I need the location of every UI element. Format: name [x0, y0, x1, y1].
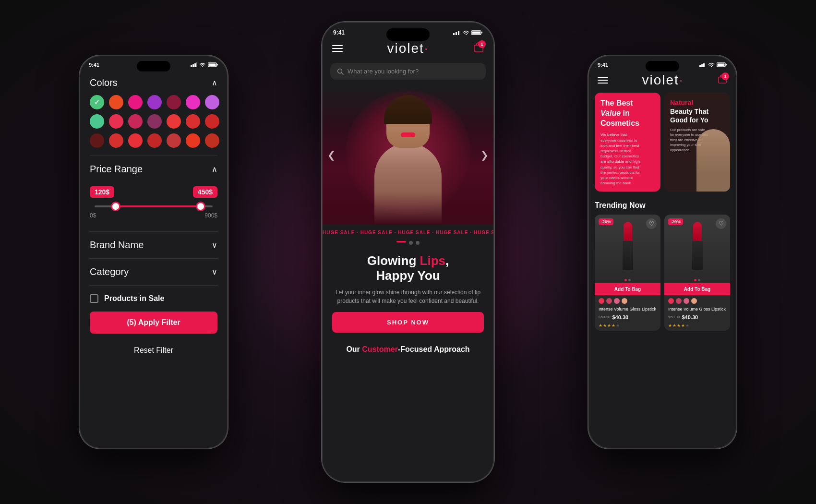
- color-dot-18[interactable]: [147, 133, 162, 148]
- swatch-2a[interactable]: [668, 298, 674, 304]
- color-dot-7[interactable]: [205, 95, 219, 109]
- reset-filter-button[interactable]: Reset Filter: [90, 339, 217, 361]
- hero-model-area: [360, 95, 456, 225]
- img-dot-1a: [624, 279, 627, 281]
- price-original-2: $50.30: [668, 315, 680, 319]
- brand-chevron[interactable]: ∨: [212, 240, 217, 250]
- banner-dot-2[interactable]: [409, 241, 413, 245]
- right-header: violet· 1: [589, 70, 736, 93]
- swatch-2d[interactable]: [691, 298, 697, 304]
- hamburger-button[interactable]: [332, 45, 343, 52]
- banner-prev-button[interactable]: ❮: [327, 149, 336, 161]
- color-dot-3[interactable]: [128, 95, 143, 109]
- swatch-2b[interactable]: [676, 298, 682, 304]
- customer-approach-pre: Our: [346, 345, 362, 353]
- color-dot-11[interactable]: [147, 114, 162, 129]
- color-dot-12[interactable]: [167, 114, 181, 129]
- svg-rect-21: [718, 64, 725, 66]
- color-dot-4[interactable]: [147, 95, 162, 109]
- hero-heading-accent: Lips: [420, 253, 445, 268]
- hamburger-button-right[interactable]: [598, 77, 608, 84]
- time-center: 9:41: [333, 29, 345, 36]
- slider-thumb-right[interactable]: [196, 202, 205, 211]
- color-dot-20[interactable]: [186, 133, 200, 148]
- shop-now-button[interactable]: SHOP NOW: [332, 312, 484, 333]
- color-dot-8[interactable]: [90, 114, 104, 129]
- battery-icon-right: [717, 62, 727, 67]
- svg-rect-17: [701, 64, 703, 67]
- dynamic-island-center: [386, 28, 430, 41]
- color-dot-13[interactable]: [186, 114, 200, 129]
- status-icons-center: [453, 30, 483, 35]
- filter-panel: Colors ∧: [80, 70, 227, 448]
- products-sale-checkbox[interactable]: [90, 294, 98, 303]
- discount-badge-1: -20%: [599, 218, 613, 225]
- status-icons-right: [699, 62, 727, 67]
- promo-in: in: [623, 109, 630, 117]
- apply-filter-button[interactable]: (5) Apply Filter: [90, 312, 217, 334]
- cart-badge-center: 1: [478, 40, 486, 48]
- color-dot-17[interactable]: [128, 133, 143, 148]
- price-range-chevron[interactable]: ∧: [212, 165, 217, 174]
- slider-min-max: 0$ 900$: [90, 212, 217, 219]
- color-dot-10[interactable]: [128, 114, 143, 129]
- swatch-1a[interactable]: [599, 298, 604, 304]
- slider-min-label: 0$: [90, 212, 96, 219]
- promo-card-dark[interactable]: Natural Beauty That Good for Yo Our prod…: [664, 93, 730, 192]
- customer-approach-accent: Customer: [362, 345, 398, 353]
- promo-value: Value: [600, 109, 621, 117]
- slider-thumb-left[interactable]: [111, 202, 120, 211]
- svg-rect-5: [217, 64, 218, 66]
- banner-dot-1[interactable]: [396, 241, 406, 242]
- img-dot-1b: [628, 279, 631, 281]
- category-chevron[interactable]: ∨: [212, 267, 217, 276]
- swatch-1b[interactable]: [606, 298, 612, 304]
- price-current-2: $40.30: [682, 314, 698, 320]
- brand-name-title: Brand Name: [90, 240, 144, 251]
- swatch-1c[interactable]: [614, 298, 620, 304]
- color-dot-15[interactable]: [90, 133, 104, 148]
- products-sale-row: Products in Sale: [90, 286, 217, 312]
- promo-card-pink[interactable]: The Best Value in Cosmetics We believe t…: [595, 93, 660, 192]
- search-bar[interactable]: What are you looking for?: [330, 63, 486, 80]
- star-2-5: ★: [685, 323, 689, 328]
- add-to-bag-2[interactable]: Add To Bag: [664, 283, 730, 295]
- color-dot-14[interactable]: [205, 114, 219, 129]
- category-title: Category: [90, 266, 129, 277]
- wifi-icon-left: [199, 62, 206, 67]
- cart-button-right[interactable]: 1: [718, 74, 727, 86]
- color-dot-16[interactable]: [109, 133, 123, 148]
- svg-rect-1: [192, 64, 194, 67]
- swatch-2c[interactable]: [684, 298, 689, 304]
- swatch-1d[interactable]: [622, 298, 627, 304]
- promo-pink-desc: We believe that everyone deserves to loo…: [600, 132, 644, 186]
- hero-subtext: Let your inner glow shine through with o…: [332, 288, 484, 305]
- color-dot-21[interactable]: [205, 133, 219, 148]
- product-card-2: -20% ♡ Add To Bag: [664, 215, 730, 331]
- phones-container: 9:41: [0, 0, 816, 504]
- banner-dot-3[interactable]: [416, 241, 420, 245]
- star-1-1: ★: [599, 323, 602, 328]
- star-2-2: ★: [672, 323, 676, 328]
- swatches-2: [664, 295, 730, 306]
- cart-button-center[interactable]: 1: [473, 42, 484, 55]
- color-dot-19[interactable]: [167, 133, 181, 148]
- hero-heading-3: Happy You: [376, 268, 440, 283]
- banner-next-button[interactable]: ❯: [480, 149, 489, 161]
- add-to-bag-1[interactable]: Add To Bag: [595, 283, 660, 295]
- color-dot-9[interactable]: [109, 114, 123, 129]
- customer-approach-text: Our Customer-Focused Approach: [336, 341, 479, 357]
- color-dot-2[interactable]: [109, 95, 123, 109]
- battery-icon-center: [471, 30, 483, 35]
- phone-center: 9:41: [322, 22, 494, 482]
- color-dot-5[interactable]: [167, 95, 181, 109]
- color-dot-1[interactable]: [90, 95, 104, 109]
- img-dot-2b: [698, 279, 700, 281]
- color-dot-6[interactable]: [186, 95, 200, 109]
- image-dots-1: [595, 277, 660, 283]
- colors-chevron[interactable]: ∧: [212, 78, 217, 87]
- lipstick-2: [692, 222, 703, 270]
- star-1-3: ★: [607, 323, 611, 328]
- hamburger-line-r2: [598, 80, 608, 81]
- price-slider-track[interactable]: [95, 205, 213, 207]
